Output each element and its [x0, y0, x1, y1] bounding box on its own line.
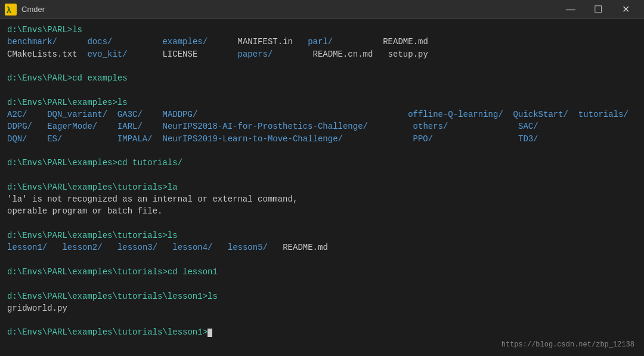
terminal-line: d:\Envs\PARL\examples\tutorials>ls	[7, 230, 637, 242]
terminal-line	[7, 84, 637, 96]
terminal-area[interactable]: d:\Envs\PARL>ls benchmark/ docs/ example…	[0, 19, 644, 356]
window: λ Cmder — ☐ ✕ d:\Envs\PARL>ls benchmark/…	[0, 0, 644, 356]
svg-text:λ: λ	[7, 5, 11, 15]
terminal-line: d:\Envs\PARL\examples>ls	[7, 97, 637, 109]
terminal-line	[7, 218, 637, 230]
window-title: Cmder	[21, 5, 557, 14]
terminal-line: gridworld.py	[7, 302, 637, 314]
terminal-line	[7, 60, 637, 72]
terminal-line	[7, 145, 637, 157]
terminal-line: d:\Envs\PARL>cd examples	[7, 72, 637, 84]
title-bar: λ Cmder — ☐ ✕	[0, 0, 644, 19]
minimize-button[interactable]: —	[557, 0, 584, 19]
terminal-line	[7, 254, 637, 266]
terminal-line: DDPG/ EagerMode/ IARL/ NeurIPS2018-AI-fo…	[7, 120, 637, 132]
terminal-line: benchmark/ docs/ examples/ MANIFEST.in p…	[7, 36, 637, 48]
terminal-line: DQN/ ES/ IMPALA/ NeurIPS2019-Learn-to-Mo…	[7, 133, 637, 145]
terminal-line: d:\Envs\PARL\examples\tutorials\lesson1>	[7, 326, 637, 338]
terminal-line: A2C/ DQN_variant/ GA3C/ MADDPG/ offline-…	[7, 109, 637, 120]
maximize-button[interactable]: ☐	[584, 0, 612, 19]
terminal-line: d:\Envs\PARL\examples\tutorials>la	[7, 181, 637, 193]
app-logo: λ	[5, 4, 17, 16]
terminal-line: operable program or batch file.	[7, 205, 637, 217]
close-button[interactable]: ✕	[612, 0, 639, 19]
terminal-line	[7, 314, 637, 326]
window-controls: — ☐ ✕	[557, 0, 639, 19]
terminal-line: d:\Envs\PARL>ls	[7, 24, 637, 36]
url-bar: https://blog.csdn.net/zbp_12138	[501, 340, 634, 350]
terminal-line: d:\Envs\PARL\examples\tutorials>cd lesso…	[7, 266, 637, 278]
terminal-line: 'la' is not recognized as an internal or…	[7, 193, 637, 205]
terminal-line	[7, 169, 637, 181]
terminal-line: lesson1/ lesson2/ lesson3/ lesson4/ less…	[7, 242, 637, 253]
cursor	[208, 329, 212, 337]
terminal-line: d:\Envs\PARL\examples\tutorials\lesson1>…	[7, 290, 637, 302]
terminal-line	[7, 278, 637, 290]
terminal-line: CMakeLists.txt evo_kit/ LICENSE papers/ …	[7, 48, 637, 60]
terminal-line: d:\Envs\PARL\examples>cd tutorials/	[7, 157, 637, 169]
